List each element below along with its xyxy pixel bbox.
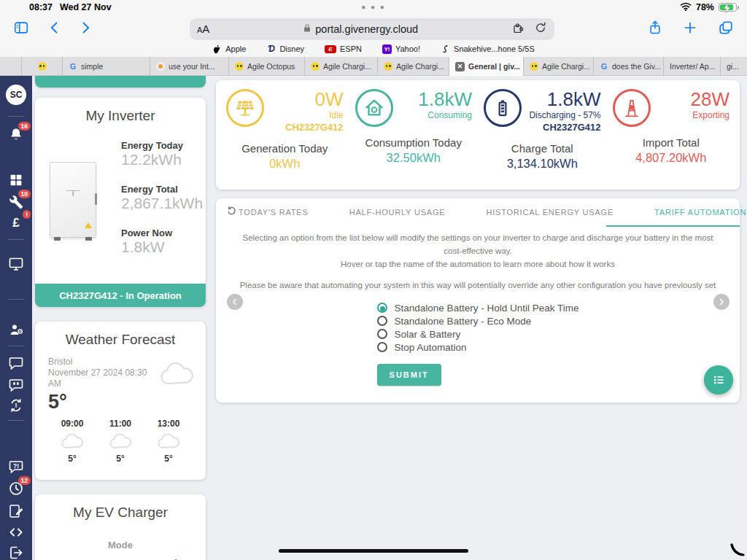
list-fab-button[interactable] <box>704 365 733 394</box>
warning-triangle-icon <box>85 222 92 228</box>
clock-date: Wed 27 Nov <box>60 2 112 12</box>
developer-code-icon[interactable] <box>7 524 25 541</box>
browser-tab[interactable]: Inverter/ Ap... <box>664 57 721 76</box>
forecast-hour: 13:00 5° <box>156 419 181 464</box>
forms-edit-icon[interactable] <box>7 502 25 520</box>
my-inverter-card: My Inverter Energy Today 12.2kWh Energy … <box>35 98 206 307</box>
inverter-status-badge[interactable]: CH2327G412 - In Operation <box>35 284 206 307</box>
browser-tab[interactable]: G does the Giv... <box>594 57 664 76</box>
feedback-quote-icon[interactable] <box>7 376 25 394</box>
notifications-bell-icon[interactable]: 16 <box>7 125 25 143</box>
radio-option-stop-automation[interactable]: Stop Automation <box>377 341 579 354</box>
ev-mode-value: Inverter Control <box>35 556 206 560</box>
svg-text:£: £ <box>12 216 20 230</box>
logout-icon[interactable] <box>7 544 25 560</box>
refresh-icon[interactable] <box>226 206 237 219</box>
account-settings-icon[interactable] <box>7 321 25 338</box>
avatar[interactable]: SC <box>6 85 26 105</box>
sync-alert-icon[interactable]: ! <box>7 397 25 414</box>
browser-tab[interactable] <box>0 57 22 76</box>
cloud-icon <box>60 433 85 451</box>
radio-icon[interactable] <box>377 329 387 339</box>
status-bar: 08:37 Wed 27 Nov ● ● ● 78% <box>0 0 747 15</box>
stray-ink-mark <box>729 542 746 559</box>
wifi-icon <box>680 2 692 13</box>
tab-overview-icon[interactable] <box>716 18 735 37</box>
tab-historical-energy-usage[interactable]: HISTORICAL ENERGY USAGE <box>486 208 614 217</box>
home-indicator[interactable] <box>279 549 468 553</box>
svg-text:!: ! <box>15 402 18 409</box>
solar-panel-icon <box>226 89 264 127</box>
lock-icon <box>303 23 311 35</box>
sidebar-toggle-icon[interactable] <box>12 18 31 37</box>
tab-strip: G simple use your Int... Agile Octopus A… <box>0 57 747 76</box>
browser-tab[interactable]: use your Int... <box>150 57 229 76</box>
tools-wrench-icon[interactable]: 10 <box>7 193 25 211</box>
extensions-puzzle-icon[interactable] <box>511 21 525 38</box>
disney-logo: Ɗ <box>266 44 276 54</box>
devices-monitor-icon[interactable] <box>7 255 25 273</box>
favorite-espn[interactable]: E ESPN <box>325 44 362 53</box>
address-bar[interactable]: AA portal.givenergy.cloud <box>190 18 554 40</box>
stat-home: 1.8kW Consuming Consumption Today 32.50k… <box>349 89 479 190</box>
browser-tab[interactable] <box>22 57 63 76</box>
radio-icon[interactable] <box>377 303 387 313</box>
current-temperature: 5° <box>48 391 67 413</box>
battery-percent: 78% <box>696 2 714 12</box>
favorite-yahoo[interactable]: Y! Yahoo! <box>382 44 420 54</box>
favorite-snakehive[interactable]: Snakehive...hone 5/5S <box>441 44 535 54</box>
tab-todays-rates[interactable]: TODAY'S RATES <box>239 208 309 217</box>
cloud-icon <box>108 433 133 451</box>
glow-favicon <box>156 62 165 71</box>
help-chat-icon[interactable]: ?! <box>7 458 25 475</box>
browser-tab[interactable]: gi... <box>721 57 747 76</box>
favorite-apple[interactable]: Apple <box>212 44 246 54</box>
url-text: portal.givenergy.cloud <box>315 23 418 35</box>
chat-icon[interactable] <box>7 354 25 372</box>
automation-warning: Please be aware that automating your sys… <box>230 281 726 289</box>
forward-button[interactable] <box>76 18 95 37</box>
carousel-next-button[interactable] <box>713 294 729 310</box>
dashboard-grid-icon[interactable] <box>7 171 25 189</box>
browser-tab[interactable]: Agile Chargi... <box>378 57 449 76</box>
list-icon <box>712 373 725 386</box>
browser-tab-active[interactable]: ✕ General | giv... <box>449 57 524 76</box>
submit-button[interactable]: SUBMIT <box>377 364 441 386</box>
radio-option-solar-battery[interactable]: Solar & Battery <box>377 327 579 341</box>
ev-mode-label: Mode <box>35 540 206 551</box>
weather-datetime: November 27 2024 08:30 AM <box>48 368 161 389</box>
tab-tariff-automations[interactable]: TARIFF AUTOMATIONS <box>654 208 747 217</box>
cutoff-card-footer <box>35 76 206 88</box>
radio-option-eco-mode[interactable]: Standalone Battery - Eco Mode <box>377 314 579 327</box>
back-button[interactable] <box>45 18 64 37</box>
browser-tab[interactable]: Agile Octopus <box>229 57 305 76</box>
carousel-prev-button[interactable] <box>227 294 243 310</box>
weather-location: Bristol <box>48 357 161 368</box>
radio-option-hold-until-peak[interactable]: Standalone Battery - Hold Until Peak Tim… <box>377 301 579 314</box>
metric-energy-today: Energy Today 12.2kWh <box>121 140 203 168</box>
tab-half-hourly-usage[interactable]: HALF-HOURLY USAGE <box>349 208 446 217</box>
new-tab-plus-icon[interactable] <box>681 18 700 37</box>
multitasking-dots-icon[interactable]: ● ● ● <box>361 3 386 11</box>
reader-options-button[interactable]: AA <box>197 23 209 36</box>
radio-icon[interactable] <box>377 342 387 352</box>
card-title: My Inverter <box>35 98 206 124</box>
stat-battery: 1.8kW Discharging - 57% CH2327G412 Charg… <box>478 89 607 190</box>
radio-icon[interactable] <box>377 316 387 326</box>
octopus-favicon <box>311 62 320 71</box>
history-clock-icon[interactable]: 12 <box>7 480 25 497</box>
reload-icon[interactable] <box>534 21 547 38</box>
browser-tab[interactable]: G simple <box>63 57 150 76</box>
automation-intro: Selecting an option from the list below … <box>237 232 719 271</box>
octopus-favicon <box>235 62 244 71</box>
browser-tab[interactable]: Agile Chargi... <box>305 57 378 76</box>
close-tab-icon[interactable]: ✕ <box>455 62 465 71</box>
octopus-favicon <box>38 62 47 71</box>
clock-time: 08:37 <box>29 2 53 12</box>
favorite-disney[interactable]: Ɗ Disney <box>266 44 304 54</box>
house-icon <box>355 89 393 127</box>
billing-pound-icon[interactable]: £ ! <box>7 214 25 231</box>
browser-tab[interactable]: Agile Chargi... <box>524 57 594 76</box>
share-icon[interactable] <box>646 18 665 37</box>
favorites-bar: Apple Ɗ Disney E ESPN Y! Yahoo! Snakehiv… <box>0 41 747 57</box>
